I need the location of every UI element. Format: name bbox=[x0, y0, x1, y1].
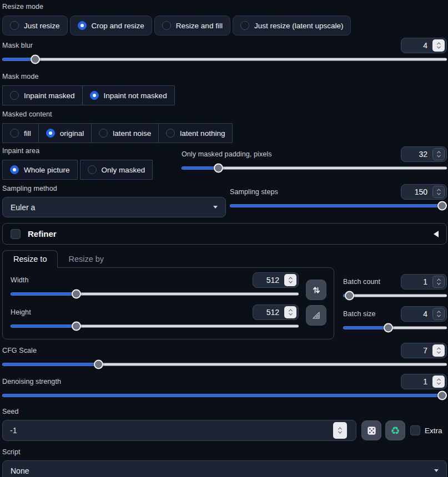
batch-size-value[interactable]: 4 bbox=[401, 309, 432, 318]
number-spinner[interactable] bbox=[284, 274, 296, 286]
radio-option-latent-nothing[interactable]: latent nothing bbox=[158, 123, 233, 143]
tab-resize-to[interactable]: Resize to bbox=[2, 250, 58, 268]
slider-track[interactable] bbox=[230, 205, 447, 207]
radio-option-just-resize[interactable]: Just resize bbox=[2, 16, 68, 35]
mask-blur-value[interactable]: 4 bbox=[401, 41, 432, 50]
refiner-title: Refiner bbox=[28, 229, 57, 238]
mask-mode-label: Mask mode bbox=[2, 72, 447, 82]
slider-knob[interactable] bbox=[345, 291, 354, 301]
sampling-method-value: Euler a bbox=[11, 203, 35, 212]
slider-knob[interactable] bbox=[437, 391, 447, 400]
number-spinner[interactable] bbox=[432, 39, 445, 52]
chevron-down-icon bbox=[288, 280, 292, 283]
seed-value[interactable]: -1 bbox=[10, 426, 333, 435]
slider-knob[interactable] bbox=[94, 360, 103, 369]
sampling-steps-number-input[interactable]: 150 bbox=[401, 184, 447, 200]
height-number-input[interactable]: 512 bbox=[253, 305, 299, 320]
width-number-input[interactable]: 512 bbox=[253, 272, 299, 288]
height-label: Height bbox=[11, 308, 31, 317]
batch-size-slider[interactable] bbox=[343, 323, 447, 333]
slider-track[interactable] bbox=[2, 394, 447, 397]
number-spinner[interactable] bbox=[432, 344, 445, 357]
refiner-accordion[interactable]: Refiner bbox=[2, 223, 447, 245]
refiner-checkbox[interactable] bbox=[11, 229, 21, 239]
radio-option-inpaint-masked[interactable]: Inpaint masked bbox=[2, 85, 83, 105]
number-spinner[interactable] bbox=[432, 148, 445, 160]
resize-mode-radio-group: Just resize Crop and resize Resize and f… bbox=[2, 16, 447, 35]
radio-option-whole-picture[interactable]: Whole picture bbox=[2, 160, 78, 180]
slider-track[interactable] bbox=[11, 325, 299, 328]
mask-blur-slider[interactable] bbox=[2, 54, 447, 64]
sampling-method-dropdown[interactable]: Euler a bbox=[2, 197, 226, 217]
sampling-steps-slider[interactable] bbox=[230, 201, 447, 211]
batch-count-slider[interactable] bbox=[343, 291, 447, 301]
chevron-down-icon bbox=[436, 191, 440, 195]
batch-count-number-input[interactable]: 1 bbox=[401, 274, 447, 290]
width-slider[interactable] bbox=[11, 289, 299, 299]
dimensions-from-image-button[interactable] bbox=[306, 305, 326, 326]
radio-option-inpaint-not-masked[interactable]: Inpaint not masked bbox=[82, 85, 175, 105]
radio-option-crop-and-resize[interactable]: Crop and resize bbox=[70, 16, 152, 35]
denoising-strength-slider[interactable] bbox=[2, 390, 447, 400]
radio-option-only-masked[interactable]: Only masked bbox=[80, 160, 153, 180]
extra-seed-checkbox[interactable] bbox=[410, 425, 420, 435]
number-spinner[interactable] bbox=[432, 375, 445, 388]
chevron-down-icon bbox=[436, 313, 440, 317]
only-masked-padding-slider[interactable] bbox=[182, 163, 447, 173]
chevron-down-icon bbox=[436, 45, 440, 49]
radio-checked-icon bbox=[46, 129, 55, 138]
triangle-ruler-icon bbox=[311, 311, 321, 320]
radio-option-original[interactable]: original bbox=[38, 123, 92, 143]
radio-option-just-resize-latent-upscale[interactable]: Just resize (latent upscale) bbox=[233, 16, 351, 35]
batch-size-number-input[interactable]: 4 bbox=[401, 306, 447, 322]
slider-track[interactable] bbox=[343, 295, 447, 297]
radio-option-resize-and-fill[interactable]: Resize and fill bbox=[154, 16, 230, 35]
slider-knob[interactable] bbox=[437, 201, 447, 211]
sampling-steps-value[interactable]: 150 bbox=[401, 187, 432, 196]
number-spinner[interactable] bbox=[432, 186, 445, 198]
number-spinner[interactable] bbox=[333, 422, 347, 439]
script-dropdown[interactable]: None bbox=[2, 460, 447, 477]
slider-knob[interactable] bbox=[214, 164, 223, 173]
seed-input[interactable]: -1 bbox=[2, 420, 356, 441]
slider-knob[interactable] bbox=[384, 323, 393, 333]
batch-count-value[interactable]: 1 bbox=[401, 277, 432, 286]
mask-blur-number-input[interactable]: 4 bbox=[401, 38, 447, 53]
chevron-down-icon bbox=[436, 281, 440, 285]
cfg-scale-value[interactable]: 7 bbox=[401, 346, 432, 355]
radio-label: latent nothing bbox=[180, 129, 225, 138]
cfg-scale-number-input[interactable]: 7 bbox=[401, 343, 447, 358]
slider-knob[interactable] bbox=[31, 55, 40, 64]
radio-option-latent-noise[interactable]: latent noise bbox=[91, 123, 159, 143]
radio-label: Resize and fill bbox=[176, 22, 223, 30]
slider-track[interactable] bbox=[2, 58, 447, 61]
batch-size-label: Batch size bbox=[343, 309, 376, 319]
denoising-strength-number-input[interactable]: 1 bbox=[401, 374, 447, 389]
only-masked-padding-value[interactable]: 32 bbox=[401, 150, 432, 159]
swap-dimensions-button[interactable] bbox=[306, 280, 326, 300]
radio-option-fill[interactable]: fill bbox=[2, 123, 39, 143]
cfg-scale-slider[interactable] bbox=[2, 359, 447, 369]
slider-track[interactable] bbox=[343, 327, 447, 329]
random-seed-button[interactable] bbox=[361, 420, 381, 440]
radio-icon bbox=[10, 21, 19, 30]
reuse-seed-button[interactable]: ♻ bbox=[385, 420, 405, 440]
slider-knob[interactable] bbox=[72, 322, 81, 331]
slider-track[interactable] bbox=[11, 293, 299, 296]
number-spinner[interactable] bbox=[432, 308, 445, 320]
swap-arrows-icon bbox=[312, 286, 321, 295]
height-value[interactable]: 512 bbox=[253, 308, 284, 317]
number-spinner[interactable] bbox=[432, 276, 445, 288]
number-spinner[interactable] bbox=[284, 306, 296, 318]
collapse-arrow-icon[interactable] bbox=[434, 231, 439, 237]
inpaint-area-label: Inpaint area bbox=[2, 146, 179, 156]
resize-to-panel: Width 512 Heig bbox=[2, 267, 334, 339]
width-value[interactable]: 512 bbox=[253, 276, 284, 285]
only-masked-padding-number-input[interactable]: 32 bbox=[401, 146, 447, 162]
tab-resize-by[interactable]: Resize by bbox=[58, 251, 114, 268]
caret-down-icon bbox=[434, 469, 439, 472]
height-slider[interactable] bbox=[11, 321, 299, 331]
slider-knob[interactable] bbox=[72, 290, 81, 299]
slider-track[interactable] bbox=[2, 363, 447, 366]
denoising-strength-value[interactable]: 1 bbox=[401, 377, 432, 386]
